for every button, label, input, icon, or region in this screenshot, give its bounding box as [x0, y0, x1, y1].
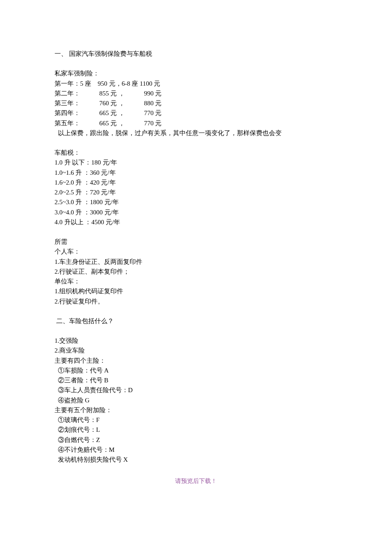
- compulsory-heading: 私家车强制险：: [55, 69, 337, 78]
- s2-item: 2.商业车险: [55, 346, 337, 356]
- addon-insurance-heading: 主要有五个附加险：: [55, 405, 337, 415]
- section-2-body: 1.交强险 2.商业车险 主要有四个主险： ①车损险：代号 A ②三者险：代号 …: [55, 336, 337, 465]
- compulsory-row: 第二年： 855 元 ， 990 元: [55, 89, 337, 98]
- tax-row: 2.5~3.0 升 ：1800 元/年: [55, 197, 337, 207]
- s2-item: 1.交强险: [55, 336, 337, 346]
- addon-insurance-item: ③自燃代号：Z: [55, 435, 337, 445]
- addon-insurance-item: ②划痕代号：L: [55, 425, 337, 435]
- req-heading: 所需: [55, 237, 337, 247]
- section-1-title-block: 一、 国家汽车强制保险费与车船税: [55, 49, 337, 59]
- addon-insurance-item: ①玻璃代号：F: [55, 415, 337, 425]
- req-personal-item: 2.行驶证正、副本复印件；: [55, 267, 337, 277]
- compulsory-row: 第三年： 760 元 ， 880 元: [55, 98, 337, 108]
- compulsory-row: 第四年： 665 元 ， 770 元: [55, 108, 337, 118]
- compulsory-note: 以上保费，跟出险，脱保，过户有关系，其中任意一项变化了，那样保费也会变: [55, 128, 337, 138]
- tax-row: 1.6~2.0 升 ：420 元/年: [55, 178, 337, 188]
- addon-insurance-item: 发动机特别损失险代号 X: [55, 455, 337, 465]
- req-unit-item: 2.行驶证复印件。: [55, 297, 337, 306]
- req-personal-item: 1.车主身份证正、反两面复印件: [55, 257, 337, 267]
- req-unit-heading: 单位车：: [55, 277, 337, 286]
- addon-insurance-item: ④不计免赔代号：M: [55, 445, 337, 455]
- page-footer: 请预览后下载！: [55, 477, 337, 486]
- tax-row: 1.0~1.6 升 ：360 元/年: [55, 168, 337, 178]
- document-page: 一、 国家汽车强制保险费与车船税 私家车强制险： 第一年：5 座 950 元，6…: [0, 0, 392, 499]
- compulsory-row: 第一年：5 座 950 元，6-8 座 1100 元: [55, 79, 337, 89]
- main-insurance-heading: 主要有四个主险：: [55, 356, 337, 366]
- tax-row: 4.0 升以上 ：4500 元/年: [55, 217, 337, 227]
- compulsory-row: 第五年： 665 元 ， 770 元: [55, 119, 337, 128]
- tax-row: 1.0 升 以下：180 元/年: [55, 158, 337, 168]
- tax-row: 3.0~4.0 升 ：3000 元/年: [55, 208, 337, 217]
- tax-heading: 车船税：: [55, 148, 337, 158]
- main-insurance-item: ④盗抢险 G: [55, 396, 337, 405]
- section-1-title: 一、 国家汽车强制保险费与车船税: [55, 49, 337, 59]
- req-personal-heading: 个人车：: [55, 247, 337, 257]
- main-insurance-item: ①车损险：代号 A: [55, 366, 337, 376]
- section-2-title-block: 二、车险包括什么？: [55, 316, 337, 326]
- main-insurance-item: ②三者险：代号 B: [55, 376, 337, 385]
- compulsory-block: 私家车强制险： 第一年：5 座 950 元，6-8 座 1100 元 第二年： …: [55, 69, 337, 138]
- req-unit-item: 1.组织机构代码证复印件: [55, 286, 337, 296]
- section-2-title: 二、车险包括什么？: [55, 316, 337, 326]
- requirements-block: 所需 个人车： 1.车主身份证正、反两面复印件 2.行驶证正、副本复印件； 单位…: [55, 237, 337, 306]
- main-insurance-item: ③车上人员责任险代号：D: [55, 385, 337, 395]
- tax-block: 车船税： 1.0 升 以下：180 元/年 1.0~1.6 升 ：360 元/年…: [55, 148, 337, 227]
- tax-row: 2.0~2.5 升 ：720 元/年: [55, 188, 337, 197]
